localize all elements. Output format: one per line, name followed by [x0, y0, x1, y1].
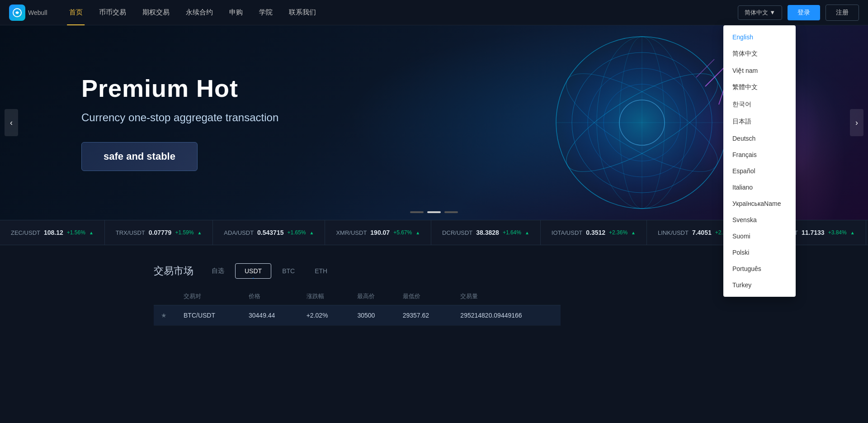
ticker-pair-5: DCR/USDT [442, 229, 472, 236]
ticker-item-5[interactable]: DCR/USDT 38.3828 +1.64% ▲ [431, 220, 541, 245]
lang-option-turkey[interactable]: Turkey [723, 277, 796, 293]
lang-option-vietnamese[interactable]: Việt nam [723, 62, 796, 79]
lang-option-french[interactable]: Français [723, 147, 796, 163]
lang-option-italian[interactable]: Italiano [723, 179, 796, 195]
th-pair: 交易对 [176, 288, 241, 305]
market-title: 交易市场 [154, 264, 193, 278]
table-body: ★ BTC/USDT 30449.44 +2.02% 30500 29357.6… [154, 305, 561, 326]
register-button[interactable]: 注册 [826, 5, 859, 21]
th-high: 最高价 [350, 288, 395, 305]
lang-option-deutsch[interactable]: Deutsch [723, 130, 796, 147]
th-low: 最低价 [396, 288, 453, 305]
ticker-item-4[interactable]: XMR/USDT 190.07 +5.67% ▲ [325, 220, 431, 245]
star-icon[interactable]: ★ [161, 312, 167, 319]
ticker-change-5: +1.64% [503, 229, 521, 236]
ticker-price-4: 190.07 [370, 229, 390, 236]
table-row[interactable]: ★ BTC/USDT 30449.44 +2.02% 30500 29357.6… [154, 305, 561, 326]
ticker-item-3[interactable]: ADA/USDT 0.543715 +1.65% ▲ [213, 220, 325, 245]
ticker-change-4: +5.67% [393, 229, 412, 236]
nav-options[interactable]: 期权交易 [134, 0, 178, 25]
ticker-item-6[interactable]: IOTA/USDT 0.3512 +2.36% ▲ [541, 220, 647, 245]
nav-right: 简体中文 ▼ 登录 注册 [738, 5, 859, 21]
ticker-pair-7: LINK/USDT [658, 229, 689, 236]
row-pair: BTC/USDT [176, 305, 241, 326]
ticker-price-5: 38.3828 [476, 229, 499, 236]
ticker-change-2: +1.59% [175, 229, 193, 236]
lang-option-korean[interactable]: 한국어 [723, 96, 796, 113]
ticker-pair-1: ZEC/USDT [11, 229, 40, 236]
ticker-price-7: 7.4051 [692, 229, 712, 236]
row-low: 29357.62 [396, 305, 453, 326]
logo-icon [9, 5, 25, 21]
row-high: 30500 [350, 305, 395, 326]
logo[interactable]: Webull [9, 5, 47, 21]
market-tabs: 自选 USDT BTC ETH [203, 263, 336, 279]
ticker-arrow-3: ▲ [310, 230, 314, 235]
ticker-pair-2: TRX/USDT [116, 229, 145, 236]
ticker-change-6: +2.36% [609, 229, 627, 236]
lang-option-traditional[interactable]: 繁體中文 [723, 79, 796, 96]
ticker-price-1: 108.12 [44, 229, 63, 236]
row-star[interactable]: ★ [154, 305, 176, 326]
ticker-change-1: +1.56% [67, 229, 85, 236]
nav-contact[interactable]: 联系我们 [281, 0, 324, 25]
row-volume: 295214820.09449166 [453, 305, 561, 326]
ticker-price-8: 11.7133 [802, 229, 825, 236]
ticker-pair-6: IOTA/USDT [552, 229, 582, 236]
ticker-change-8: +3.84% [828, 229, 847, 236]
hero-dots [410, 211, 458, 213]
lang-option-portuguese[interactable]: Português [723, 261, 796, 277]
ticker-item-1[interactable]: ZEC/USDT 108.12 +1.56% ▲ [0, 220, 105, 245]
lang-option-english[interactable]: English [723, 29, 796, 45]
th-price: 价格 [241, 288, 299, 305]
lang-option-simplified[interactable]: 简体中文 [723, 45, 796, 62]
ticker-price-2: 0.07779 [149, 229, 172, 236]
market-table: 交易对 价格 涨跌幅 最高价 最低价 交易量 ★ BTC/USDT 30449.… [154, 288, 561, 326]
tab-favorites[interactable]: 自选 [203, 263, 233, 279]
th-change: 涨跌幅 [299, 288, 350, 305]
nav-perpetual[interactable]: 永续合约 [178, 0, 221, 25]
ticker-item-9[interactable]: WTC/USDT 0.1975 -0.05% ▼ [866, 220, 868, 245]
ticker-price-3: 0.543715 [257, 229, 283, 236]
tab-btc[interactable]: BTC [273, 264, 304, 278]
nav-home[interactable]: 首页 [61, 0, 91, 25]
nav-spot[interactable]: 币币交易 [91, 0, 134, 25]
lang-option-spanish[interactable]: Español [723, 163, 796, 179]
nav-links: 首页 币币交易 期权交易 永续合约 申购 学院 联系我们 [61, 0, 738, 25]
tab-eth[interactable]: ETH [306, 264, 336, 278]
hero-dot-3[interactable] [444, 211, 458, 213]
lang-option-japanese[interactable]: 日本語 [723, 113, 796, 130]
ticker-arrow-4: ▲ [415, 230, 420, 235]
ticker-change-3: +1.65% [287, 229, 306, 236]
hero-cta-button[interactable]: safe and stable [81, 142, 198, 171]
ticker-arrow-2: ▲ [197, 230, 202, 235]
ticker-pair-4: XMR/USDT [336, 229, 367, 236]
hero-title: Premium Hot [81, 74, 278, 102]
table-header: 交易对 价格 涨跌幅 最高价 最低价 交易量 [154, 288, 561, 305]
hero-decoration [552, 32, 732, 213]
lang-option-finnish[interactable]: Suomi [723, 228, 796, 244]
hero-dot-1[interactable] [410, 211, 424, 213]
ticker-arrow-6: ▲ [631, 230, 636, 235]
login-button[interactable]: 登录 [788, 5, 820, 20]
ticker-pair-3: ADA/USDT [224, 229, 254, 236]
hero-dot-2[interactable] [427, 211, 441, 213]
market-header: 交易市场 自选 USDT BTC ETH [154, 263, 714, 279]
ticker-item-2[interactable]: TRX/USDT 0.07779 +1.59% ▲ [105, 220, 213, 245]
nav-ipo[interactable]: 申购 [221, 0, 251, 25]
lang-option-polish[interactable]: Polski [723, 244, 796, 261]
lang-option-ukrainian[interactable]: УкраїнськаName [723, 195, 796, 212]
th-star [154, 288, 176, 305]
lang-button[interactable]: 简体中文 ▼ [738, 5, 782, 20]
hero-next-arrow[interactable]: › [850, 109, 863, 136]
nav-academy[interactable]: 学院 [251, 0, 281, 25]
tab-usdt[interactable]: USDT [235, 263, 271, 279]
ticker-price-6: 0.3512 [586, 229, 605, 236]
lang-dropdown: English 简体中文 Việt nam 繁體中文 한국어 日本語 Deuts… [723, 25, 796, 297]
th-volume: 交易量 [453, 288, 561, 305]
row-change: +2.02% [299, 305, 350, 326]
ticker-arrow-1: ▲ [89, 230, 94, 235]
logo-text: Webull [28, 9, 47, 16]
lang-option-swedish[interactable]: Svenska [723, 212, 796, 228]
navbar: Webull 首页 币币交易 期权交易 永续合约 申购 学院 联系我们 简体中文… [0, 0, 868, 25]
